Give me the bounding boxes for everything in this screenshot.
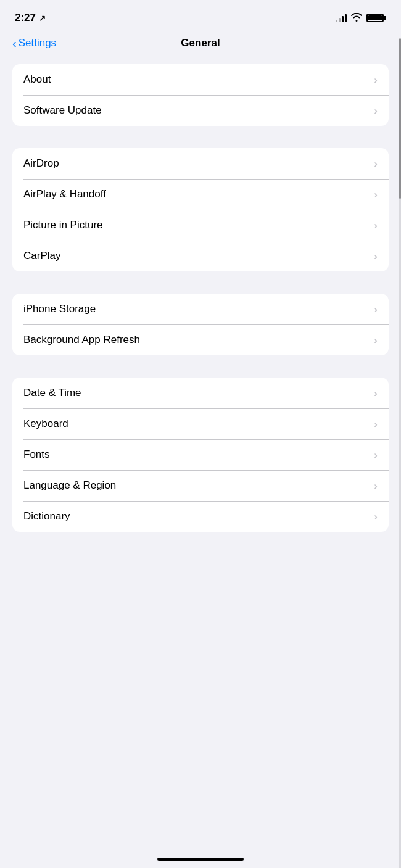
dictionary-chevron-icon: › bbox=[374, 511, 378, 522]
battery-icon bbox=[366, 14, 386, 22]
background-app-refresh-chevron-icon: › bbox=[374, 335, 378, 345]
software-update-chevron-icon: › bbox=[374, 105, 378, 116]
fonts-label: Fonts bbox=[23, 448, 50, 461]
settings-row-software-update[interactable]: Software Update › bbox=[12, 95, 389, 126]
airdrop-label: AirDrop bbox=[23, 157, 59, 170]
page-title: General bbox=[181, 37, 220, 49]
date-time-label: Date & Time bbox=[23, 387, 81, 399]
back-chevron-icon: ‹ bbox=[12, 37, 17, 49]
settings-row-dictionary[interactable]: Dictionary › bbox=[12, 501, 389, 532]
picture-in-picture-label: Picture in Picture bbox=[23, 219, 103, 231]
settings-group-connectivity: AirDrop › AirPlay & Handoff › Picture in… bbox=[12, 148, 389, 271]
settings-row-background-app-refresh[interactable]: Background App Refresh › bbox=[12, 324, 389, 355]
time-display: 2:27 bbox=[15, 12, 36, 24]
status-bar: 2:27 ↗ bbox=[0, 0, 401, 32]
carplay-chevron-icon: › bbox=[374, 251, 378, 262]
settings-row-iphone-storage[interactable]: iPhone Storage › bbox=[12, 294, 389, 324]
language-region-label: Language & Region bbox=[23, 479, 116, 492]
home-indicator bbox=[157, 858, 244, 861]
settings-row-carplay[interactable]: CarPlay › bbox=[12, 241, 389, 271]
settings-group-system: Date & Time › Keyboard › Fonts › Languag… bbox=[12, 378, 389, 532]
keyboard-chevron-icon: › bbox=[374, 419, 378, 429]
status-time: 2:27 ↗ bbox=[15, 12, 46, 24]
keyboard-label: Keyboard bbox=[23, 418, 68, 430]
picture-in-picture-chevron-icon: › bbox=[374, 220, 378, 231]
scrollbar-thumb bbox=[399, 38, 401, 199]
iphone-storage-chevron-icon: › bbox=[374, 304, 378, 315]
scrollbar[interactable] bbox=[399, 32, 401, 868]
back-button[interactable]: ‹ Settings bbox=[12, 37, 56, 49]
location-icon: ↗ bbox=[39, 14, 46, 23]
settings-row-about[interactable]: About › bbox=[12, 64, 389, 95]
dictionary-label: Dictionary bbox=[23, 510, 70, 523]
fonts-chevron-icon: › bbox=[374, 450, 378, 460]
software-update-label: Software Update bbox=[23, 104, 102, 117]
wifi-icon bbox=[351, 13, 362, 23]
background-app-refresh-label: Background App Refresh bbox=[23, 334, 140, 346]
airplay-handoff-chevron-icon: › bbox=[374, 189, 378, 200]
status-icons bbox=[336, 13, 386, 23]
airdrop-chevron-icon: › bbox=[374, 159, 378, 169]
about-chevron-icon: › bbox=[374, 75, 378, 85]
about-label: About bbox=[23, 73, 51, 86]
settings-row-airdrop[interactable]: AirDrop › bbox=[12, 148, 389, 179]
nav-header: ‹ Settings General bbox=[0, 32, 401, 59]
scrollbar-track bbox=[399, 38, 401, 868]
language-region-chevron-icon: › bbox=[374, 481, 378, 491]
airplay-handoff-label: AirPlay & Handoff bbox=[23, 188, 106, 200]
date-time-chevron-icon: › bbox=[374, 388, 378, 399]
settings-content: About › Software Update › AirDrop › AirP… bbox=[0, 59, 401, 579]
settings-group-storage: iPhone Storage › Background App Refresh … bbox=[12, 294, 389, 355]
iphone-storage-label: iPhone Storage bbox=[23, 303, 96, 315]
settings-row-keyboard[interactable]: Keyboard › bbox=[12, 408, 389, 439]
back-label: Settings bbox=[19, 37, 56, 49]
settings-row-fonts[interactable]: Fonts › bbox=[12, 439, 389, 470]
settings-row-language-region[interactable]: Language & Region › bbox=[12, 470, 389, 501]
signal-icon bbox=[336, 14, 347, 22]
settings-row-picture-in-picture[interactable]: Picture in Picture › bbox=[12, 210, 389, 241]
settings-group-info: About › Software Update › bbox=[12, 64, 389, 126]
settings-row-airplay-handoff[interactable]: AirPlay & Handoff › bbox=[12, 179, 389, 210]
settings-row-date-time[interactable]: Date & Time › bbox=[12, 378, 389, 408]
carplay-label: CarPlay bbox=[23, 250, 60, 262]
